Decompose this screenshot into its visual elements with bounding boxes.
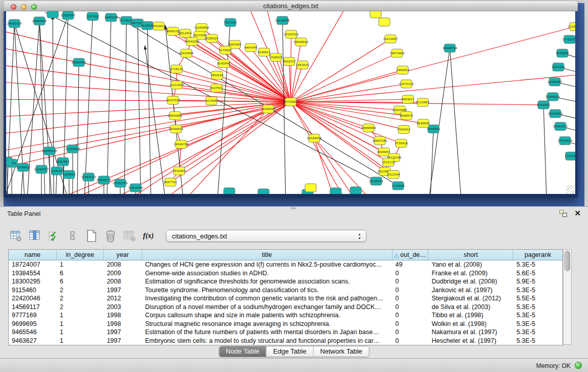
- graph-node[interactable]: 3175685: [219, 46, 232, 54]
- graph-node[interactable]: 7654923: [398, 125, 410, 134]
- graph-node[interactable]: 13325419: [284, 30, 299, 38]
- graph-node[interactable]: 16543392: [185, 37, 199, 46]
- table-row[interactable]: 2242004622012Investigating the contribut…: [9, 294, 562, 303]
- graph-node[interactable]: 1588520: [270, 53, 282, 61]
- graph-node[interactable]: 7485063: [397, 66, 409, 74]
- column-header-title[interactable]: title: [142, 250, 393, 260]
- graph-node[interactable]: 9849576: [400, 112, 413, 120]
- graph-node[interactable]: 1250515: [63, 170, 76, 179]
- graph-node[interactable]: 19166821: [169, 125, 184, 133]
- graph-node[interactable]: 12213957: [383, 35, 398, 43]
- graph-node[interactable]: [350, 187, 361, 194]
- graph-node[interactable]: 12923448: [128, 184, 143, 192]
- graph-node[interactable]: 1862615: [296, 61, 309, 69]
- graph-node[interactable]: 114519: [51, 167, 62, 175]
- table-settings-icon[interactable]: [9, 229, 23, 243]
- graph-node[interactable]: 1156863: [17, 163, 30, 171]
- graph-node[interactable]: 20206536: [42, 147, 57, 155]
- graph-node[interactable]: 19654985: [168, 112, 183, 120]
- graph-node[interactable]: 12213383: [169, 81, 184, 89]
- graph-node[interactable]: 10973493: [390, 49, 405, 57]
- graph-node[interactable]: [6, 157, 12, 165]
- citation-network-graph[interactable]: 2405572420691406106532871527602646616010…: [6, 11, 575, 194]
- table-selector-dropdown[interactable]: citations_edges.txt ▲▼: [166, 230, 366, 242]
- graph-node[interactable]: 9529966: [556, 49, 569, 57]
- graph-node[interactable]: 16782759: [113, 179, 128, 187]
- graph-node[interactable]: 8427552: [210, 84, 223, 92]
- trash-icon[interactable]: [104, 229, 117, 243]
- graph-node[interactable]: 9699695: [417, 119, 430, 127]
- graph-node[interactable]: 17359924: [66, 145, 80, 153]
- function-builder-icon[interactable]: f(x): [142, 229, 155, 243]
- graph-node[interactable]: 10958107: [97, 176, 112, 184]
- table-row[interactable]: 1872400712008Changes of HCN gene express…: [9, 260, 562, 269]
- graph-node[interactable]: 9756928: [395, 139, 408, 147]
- graph-node[interactable]: 2522544: [387, 170, 400, 179]
- graph-node[interactable]: 16210643: [548, 110, 563, 118]
- graph-node[interactable]: 1527602: [86, 12, 99, 20]
- graph-node[interactable]: 17957223: [81, 173, 96, 181]
- row-height-icon[interactable]: [66, 229, 79, 243]
- table-row[interactable]: 977716911998Corpus callosum shape and si…: [9, 311, 562, 320]
- graph-node[interactable]: 9097587: [57, 158, 70, 166]
- graph-node[interactable]: 15136141: [369, 177, 384, 185]
- table-row[interactable]: 946362711997Embryonic stem cells: a mode…: [9, 337, 562, 345]
- graph-node[interactable]: 8454749: [245, 43, 257, 52]
- graph-node[interactable]: 9115460: [417, 98, 429, 106]
- graph-node[interactable]: 12444151: [546, 93, 560, 101]
- select-rows-check-icon[interactable]: [47, 229, 60, 243]
- graph-node[interactable]: 8215955: [537, 101, 550, 109]
- graph-node[interactable]: 2803144: [211, 71, 224, 79]
- panel-divider-handle[interactable]: [290, 207, 296, 209]
- graph-node[interactable]: 12342757: [34, 165, 49, 173]
- graph-node[interactable]: 19218506: [275, 16, 290, 25]
- graph-node[interactable]: [370, 11, 381, 18]
- column-header-in_degree[interactable]: in_degree: [57, 250, 104, 260]
- graph-node[interactable]: [258, 189, 269, 194]
- tab-edge-table[interactable]: Edge Table: [266, 346, 313, 357]
- graph-node[interactable]: [379, 18, 390, 26]
- column-header-pagerank[interactable]: pagerank: [513, 250, 562, 260]
- graph-node[interactable]: 9146821: [258, 48, 271, 56]
- graph-node[interactable]: 24055724: [7, 19, 22, 28]
- graph-node[interactable]: 15692971: [553, 122, 568, 130]
- graph-node[interactable]: 7663822: [153, 22, 165, 30]
- graph-node[interactable]: 8186328: [206, 34, 219, 42]
- graph-node[interactable]: 9822037: [283, 57, 296, 65]
- table-row[interactable]: 1830029562008Estimation of significance …: [9, 277, 562, 286]
- graph-node[interactable]: [224, 188, 235, 194]
- float-panel-icon[interactable]: [559, 210, 567, 217]
- network-window[interactable]: citations_edges.txt 24055724206914061065…: [4, 1, 578, 198]
- show-columns-icon[interactable]: [28, 229, 41, 243]
- graph-node[interactable]: 18807243: [373, 137, 387, 145]
- table-row[interactable]: 946554611997Estimation of the future num…: [9, 328, 562, 337]
- graph-node[interactable]: 9912954: [179, 29, 192, 37]
- graph-node[interactable]: 9242848: [217, 59, 230, 68]
- new-table-icon[interactable]: [85, 229, 98, 243]
- memory-ok-indicator-icon[interactable]: [575, 362, 582, 369]
- column-header-out_de[interactable]: △out_de…: [393, 250, 429, 260]
- graph-node[interactable]: 6466160: [105, 13, 118, 21]
- graph-node[interactable]: 17016504: [558, 137, 573, 145]
- graph-node[interactable]: 29053346: [72, 58, 86, 67]
- graph-node[interactable]: 15584554: [307, 134, 322, 142]
- graph-node[interactable]: 18107554: [166, 96, 181, 104]
- network-window-titlebar[interactable]: citations_edges.txt: [4, 1, 578, 11]
- close-panel-icon[interactable]: ✕: [574, 210, 581, 217]
- graph-node[interactable]: 1167531: [565, 152, 575, 160]
- graph-node[interactable]: 417006: [206, 97, 217, 105]
- graph-node[interactable]: 12260858: [194, 24, 209, 32]
- graph-node[interactable]: 16046756: [174, 140, 189, 148]
- graph-node[interactable]: [330, 188, 341, 194]
- graph-node[interactable]: 1733426: [392, 182, 405, 190]
- graph-node[interactable]: 9227343: [552, 63, 565, 71]
- graph-node[interactable]: [305, 184, 316, 192]
- graph-node[interactable]: 9463627: [402, 95, 415, 103]
- graph-node[interactable]: 15751074: [562, 35, 575, 43]
- table-row[interactable]: 1456911722003Disruption of a novel membe…: [9, 303, 562, 312]
- graph-node[interactable]: 18640910: [294, 38, 309, 46]
- tab-node-table[interactable]: Node Table: [219, 346, 266, 357]
- graph-node[interactable]: 12093587: [548, 78, 562, 86]
- table-row[interactable]: 911546021997Tourette syndrome. Phenomeno…: [9, 286, 562, 295]
- graph-node[interactable]: 16648784: [443, 44, 458, 52]
